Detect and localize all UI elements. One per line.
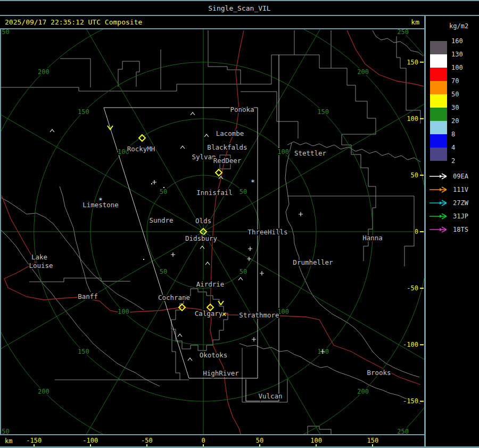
range-ring-label: 250 — [397, 29, 409, 36]
city-label: Brooks — [367, 369, 391, 377]
bottom-axis-tick-label: 100 — [310, 437, 322, 444]
colorbar-scale-value: 8 — [451, 130, 455, 139]
city-label: RedDeer — [213, 157, 242, 165]
radar-site-dot — [202, 231, 204, 233]
bottom-axis-tick-label: -50 — [141, 437, 153, 444]
county-boundary-line — [1, 229, 160, 386]
range-ring-label: 150 — [78, 108, 89, 116]
town-plus-marker — [260, 271, 264, 275]
range-ring-label: 250 — [1, 428, 10, 434]
town-caret-marker — [205, 262, 210, 265]
town-caret-marker — [178, 334, 182, 337]
bottom-axis-bar: km -150-100-50050100150 — [0, 434, 424, 446]
bottom-axis-tick-label: 150 — [367, 437, 378, 444]
city-diamond-marker — [216, 169, 222, 176]
page-title: Single_Scan_VIL — [208, 4, 270, 12]
town-caret-marker — [238, 278, 243, 280]
right-axis-tick-label: -100 — [403, 341, 418, 348]
town-asterisk-marker: * — [251, 178, 255, 186]
town-dot-marker — [143, 259, 144, 260]
storm-track-legend-row: 27ZW — [429, 196, 479, 209]
city-label: Sylvan — [192, 153, 216, 161]
storm-track-legend-row: 18TS — [429, 223, 479, 236]
colorbar-scale-value: 130 — [451, 50, 463, 59]
range-ring-label: 100 — [277, 148, 289, 156]
county-boundary-line — [294, 30, 331, 68]
storm-track-arrow-icon — [429, 226, 449, 233]
town-plus-marker — [248, 247, 252, 251]
storm-track-legend-row: 31JP — [429, 209, 479, 223]
range-ring-label: 250 — [397, 428, 409, 434]
bottom-axis-tick-label: -100 — [82, 437, 98, 444]
colorbar-swatch — [430, 81, 447, 94]
storm-track-id-label: 111V — [453, 186, 468, 193]
radar-map-viewport[interactable]: 5050505010010010010015015015015020020020… — [0, 29, 424, 434]
colorbar-swatch — [430, 68, 447, 81]
bottom-axis-tick-label: -150 — [26, 437, 42, 444]
colorbar-swatch — [430, 108, 447, 121]
city-label: RockyMH — [127, 145, 155, 153]
scan-info-bar: 2025/09/17 22:35:12 UTC Composite km — [0, 16, 424, 29]
city-label: HighRiver — [203, 369, 239, 377]
right-axis-tick-label: 150 — [407, 59, 418, 66]
city-label: Ponoka — [230, 105, 254, 113]
range-ring-label: 50 — [160, 268, 167, 275]
storm-track-id-label: 31JP — [453, 213, 468, 220]
colorbar-swatch — [430, 148, 447, 161]
city-label: Banff — [78, 292, 98, 300]
city-label: Sundre — [149, 216, 173, 224]
scan-timestamp: 2025/09/17 22:35:12 UTC Composite — [5, 18, 142, 26]
town-plus-marker — [152, 180, 156, 184]
radar-map-canvas[interactable]: 5050505010010010010015015015015020020020… — [1, 29, 424, 434]
colorbar-scale-value: 50 — [451, 90, 459, 99]
legend-side-panel: kg/m2 16013010070503020842 09EA111V27ZW3… — [424, 16, 479, 446]
storm-track-arrow-icon — [429, 186, 449, 193]
bottom-axis-unit-label: km — [5, 437, 12, 445]
county-boundary-line — [118, 61, 139, 87]
town-caret-marker — [180, 146, 185, 149]
storm-track-id-label: 09EA — [453, 173, 468, 180]
right-axis-tick-label: -150 — [403, 397, 418, 405]
town-dot-marker — [151, 183, 152, 184]
right-axis-tick-label: 50 — [411, 172, 418, 179]
county-boundary-line — [331, 68, 376, 261]
colorbar-scale-value: 160 — [451, 37, 463, 45]
bottom-axis-tick-label: 50 — [256, 437, 263, 444]
colorbar-swatch — [430, 41, 447, 54]
right-axis-unit-label: km — [411, 18, 419, 26]
city-label: Hanna — [362, 234, 383, 242]
town-caret-marker — [188, 358, 192, 361]
town-caret-marker — [200, 246, 204, 249]
city-label: Okotoks — [200, 351, 228, 359]
storm-track-id-label: 27ZW — [453, 199, 468, 207]
storm-track-legend-row: 111V — [429, 183, 479, 196]
city-label: Limestone — [82, 201, 119, 209]
colorbar-scale-value: 30 — [451, 103, 459, 112]
city-label: Innisfail — [196, 189, 233, 197]
range-ring-label: 250 — [1, 29, 10, 36]
range-ring-label: 50 — [240, 188, 247, 196]
city-label: Louise — [29, 262, 53, 270]
colorbar-swatches — [430, 41, 447, 161]
city-label: ThreeHills — [247, 228, 287, 236]
colorbar-scale-value: 2 — [451, 157, 455, 165]
city-label: Blackfalds — [207, 143, 247, 151]
city-label: Olds — [195, 217, 211, 225]
county-boundary-line — [397, 36, 420, 124]
town-caret-marker — [50, 129, 54, 132]
town-caret-marker — [191, 112, 195, 115]
town-plus-marker — [299, 212, 303, 216]
city-label: Strathmore — [239, 311, 279, 319]
city-label: Vulcan — [258, 392, 282, 400]
city-label: Drumheller — [293, 258, 333, 266]
colorbar-swatch — [430, 94, 447, 108]
range-ring-label: 200 — [357, 68, 369, 76]
county-boundary-line — [60, 59, 90, 87]
bottom-axis-tick-label: 0 — [201, 437, 205, 444]
county-boundary-line — [287, 196, 414, 266]
county-boundary-line — [241, 92, 298, 139]
colorbar-scale-value: 20 — [451, 117, 459, 125]
city-label: Lacombe — [216, 129, 244, 137]
range-ring-label: 200 — [38, 68, 49, 76]
storm-track-arrow-icon — [429, 213, 449, 220]
